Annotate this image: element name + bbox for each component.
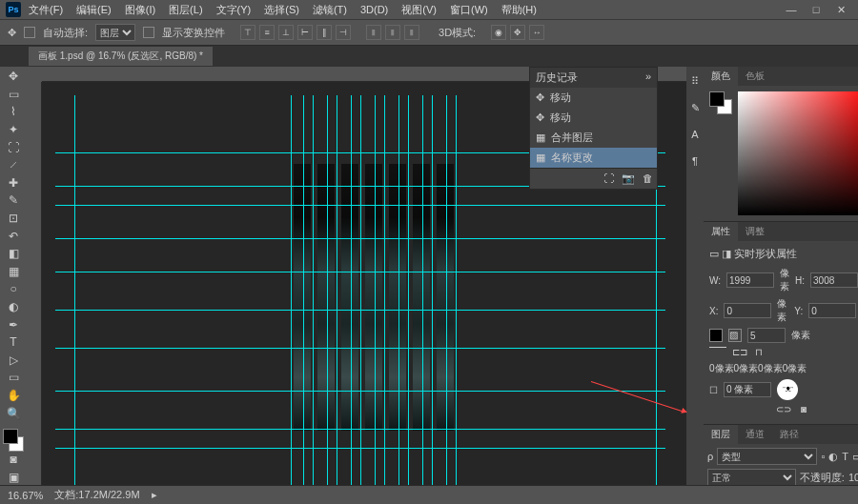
menu-type[interactable]: 文字(Y) [211,1,257,19]
history-item-current[interactable]: ▦名称更改 [530,148,657,168]
brush-tool[interactable]: ✎ [3,192,24,209]
blend-mode[interactable]: 正常 [707,469,796,486]
gradient-tool[interactable]: ▦ [3,264,24,280]
tab-paths[interactable]: 路径 [772,425,807,444]
filter-img-icon[interactable]: ▫ [821,451,825,462]
menu-filter[interactable]: 滤镜(T) [307,1,353,19]
stamp-tool[interactable]: ⊡ [3,211,24,227]
quick-mask-icon[interactable]: ◙ [3,452,24,468]
brush-panel-icon[interactable]: ⠿ [686,72,704,90]
type-tool[interactable]: T [3,334,24,351]
tab-layers[interactable]: 图层 [704,425,738,444]
mask-icon[interactable]: ◙ [801,404,807,414]
hand-tool[interactable]: ✋ [3,388,24,404]
minimize-button[interactable]: — [780,2,803,17]
history-item[interactable]: ✥移动 [530,88,657,108]
tab-adjust[interactable]: 调整 [738,222,772,241]
align-left-icon[interactable]: ⊢ [297,25,313,40]
align-bot-icon[interactable]: ⊥ [278,25,294,40]
maximize-button[interactable]: □ [805,2,827,17]
brush-settings-icon[interactable]: ✎ [686,99,704,116]
marquee-tool[interactable]: ▭ [3,87,24,103]
filter-txt-icon[interactable]: T [842,451,848,462]
width-input[interactable] [726,272,774,288]
pen-tool[interactable]: ✒ [3,316,24,333]
align-right-icon[interactable]: ⊣ [336,25,351,40]
3d-slide-icon[interactable]: ↔ [529,25,544,40]
fill-swatch[interactable] [709,329,723,342]
tab-channels[interactable]: 通道 [738,425,772,444]
shape-tool[interactable]: ▭ [3,370,24,386]
eraser-tool[interactable]: ◧ [3,246,24,262]
stroke-style-2[interactable]: ⊏⊐ [732,347,749,358]
doc-size[interactable]: 文档:17.2M/22.9M [54,488,139,502]
tab-color[interactable]: 颜色 [704,67,738,86]
menu-edit[interactable]: 编辑(E) [71,1,117,19]
history-item[interactable]: ▦合并图层 [530,128,657,148]
link-corners-icon[interactable]: ☐ [709,385,718,395]
wand-tool[interactable]: ✦ [3,122,24,138]
color-picker[interactable] [738,91,858,215]
tab-properties[interactable]: 属性 [704,222,738,241]
lasso-tool[interactable]: ⌇ [3,104,24,120]
link-icon[interactable]: ⊂⊃ [776,404,791,414]
crop-tool[interactable]: ⛶ [3,139,24,155]
chevron-right-icon[interactable]: ▸ [152,489,157,501]
menu-layer[interactable]: 图层(L) [163,1,208,19]
move-tool[interactable]: ✥ [3,69,24,85]
menu-image[interactable]: 图像(I) [119,1,161,19]
align-ctr-icon[interactable]: ∥ [317,25,332,40]
history-collapse-icon[interactable]: » [645,71,651,85]
camera-icon[interactable]: 📷 [622,172,635,185]
history-item[interactable]: ✥移动 [530,108,657,128]
y-input[interactable] [808,303,856,318]
filter-adj-icon[interactable]: ◐ [828,451,838,463]
align-mid-icon[interactable]: ≡ [259,25,275,40]
screen-mode-icon[interactable]: ▣ [3,469,24,485]
zoom-level[interactable]: 16.67% [8,490,43,501]
char-panel-icon[interactable]: A [686,126,704,143]
stroke-swatch[interactable]: ▨ [728,329,742,342]
stroke-style-3[interactable]: ⊓ [755,347,772,358]
menu-help[interactable]: 帮助(H) [496,1,542,19]
auto-select-checkbox[interactable] [24,27,35,38]
heal-tool[interactable]: ✚ [3,175,24,192]
close-button[interactable]: ✕ [829,2,852,17]
x-input[interactable] [724,303,771,318]
snapshot-icon[interactable]: ⛶ [603,172,614,185]
auto-select-target[interactable]: 图层 [95,24,135,41]
height-input[interactable] [810,272,858,288]
filter-kind[interactable]: 类型 [717,448,817,465]
color-fg-bg[interactable] [709,91,732,114]
dist-1-icon[interactable]: ⦀ [366,25,381,40]
menu-view[interactable]: 视图(V) [396,1,442,19]
document-tab[interactable]: 画板 1.psd @ 16.7% (反选区, RGB/8) * [29,47,213,66]
path-tool[interactable]: ▷ [3,353,24,369]
filter-shape-icon[interactable]: ▭ [852,451,858,463]
show-transform-checkbox[interactable] [143,27,154,38]
dodge-tool[interactable]: ◐ [3,299,24,315]
menu-file[interactable]: 文件(F) [23,1,69,19]
ruler-vertical[interactable] [27,82,42,485]
trash-icon[interactable]: 🗑 [643,172,653,185]
history-brush-tool[interactable]: ↶ [3,228,24,244]
menu-3d[interactable]: 3D(D) [355,2,394,17]
zoom-tool[interactable]: 🔍 [3,405,24,421]
menu-select[interactable]: 选择(S) [258,1,305,19]
3d-orbit-icon[interactable]: ◉ [491,25,506,40]
tab-swatches[interactable]: 色板 [738,67,772,86]
align-top-icon[interactable]: ⊤ [240,25,255,40]
opacity-value[interactable]: 100% [848,472,858,483]
fg-bg-swatch[interactable] [3,431,24,450]
para-panel-icon[interactable]: ¶ [686,152,704,170]
ps-logo: Ps [6,2,21,17]
menu-window[interactable]: 窗口(W) [444,1,494,19]
stroke-style-1[interactable] [709,347,726,358]
eyedropper-tool[interactable]: ⟋ [3,157,24,173]
dist-2-icon[interactable]: ⦀ [385,25,400,40]
dist-3-icon[interactable]: ⦀ [404,25,419,40]
blur-tool[interactable]: ○ [3,281,24,297]
stroke-width-input[interactable] [747,328,786,343]
corner-input[interactable] [724,382,771,397]
3d-pan-icon[interactable]: ✥ [510,25,525,40]
